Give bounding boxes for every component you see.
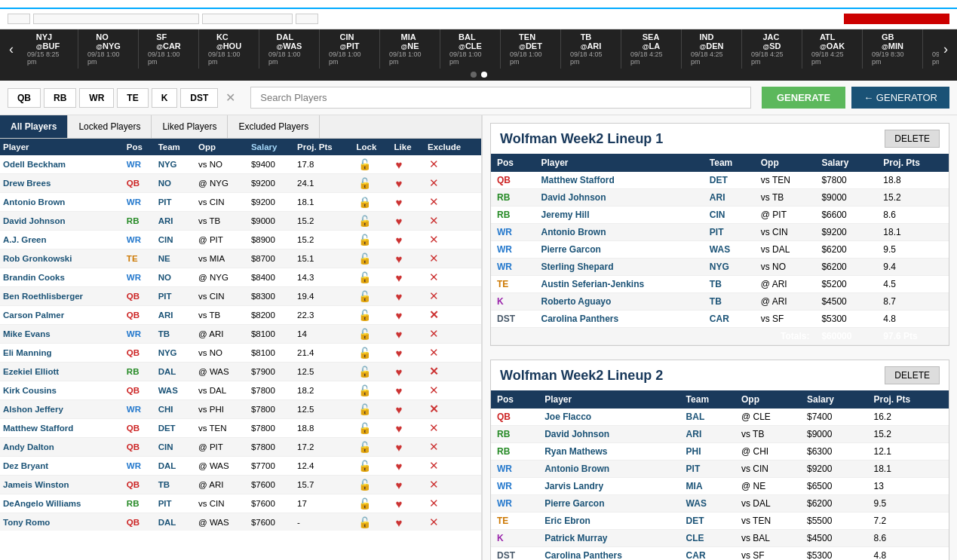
tab-all-players[interactable]: All Players — [0, 115, 68, 138]
game-item[interactable]: SEA@LA09/18 4:25 pm — [621, 29, 682, 69]
like-button[interactable]: ♥ — [394, 497, 404, 510]
lock-button[interactable]: 🔓 — [357, 177, 373, 189]
like-button[interactable]: ♥ — [394, 215, 404, 228]
exclude-button[interactable]: ✕ — [428, 158, 440, 171]
col-header-exclude[interactable]: Exclude — [425, 139, 481, 155]
tab-locked-players[interactable]: Locked Players — [68, 115, 152, 138]
game-item[interactable]: TB@ARI09/18 4:05 pm — [561, 29, 621, 69]
game-item[interactable]: PHI@CHI09/19 8:30 pm — [923, 29, 939, 69]
exclude-button[interactable]: ✕ — [428, 384, 440, 397]
game-item[interactable]: GB@MIN09/19 8:30 pm — [863, 29, 923, 69]
lock-button[interactable]: 🔓 — [357, 271, 373, 283]
num-lineups-dropdown[interactable] — [296, 14, 318, 24]
generate-button[interactable]: GENERATE — [762, 87, 845, 109]
exclude-button[interactable]: ✕ — [428, 233, 440, 246]
tab-liked-players[interactable]: Liked Players — [152, 115, 228, 138]
game-item[interactable]: JAC@SD09/18 4:25 pm — [742, 29, 802, 69]
tab-excluded-players[interactable]: Excluded Players — [228, 115, 320, 138]
col-header-like[interactable]: Like — [391, 139, 425, 155]
exclude-button[interactable]: ✕ — [428, 176, 440, 190]
col-header-team[interactable]: Team — [155, 139, 195, 155]
like-button[interactable]: ♥ — [394, 460, 404, 473]
like-button[interactable]: ♥ — [394, 441, 404, 454]
reset-button[interactable] — [844, 14, 949, 24]
like-button[interactable]: ♥ — [394, 366, 404, 378]
lock-button[interactable]: 🔓 — [357, 290, 373, 302]
col-header-player[interactable]: Player — [0, 139, 124, 155]
exclude-button[interactable]: ✕ — [428, 271, 440, 284]
like-button[interactable]: ♥ — [394, 271, 404, 284]
lock-button[interactable]: 🔓 — [357, 441, 373, 453]
game-item[interactable]: SF@CAR09/18 1:00 pm — [139, 29, 199, 69]
exclude-button[interactable]: ✕ — [428, 459, 440, 473]
clear-filter-button[interactable]: ✕ — [221, 89, 240, 106]
col-header-proj.-pts[interactable]: Proj. Pts — [294, 139, 354, 155]
exclude-button[interactable]: ✕ — [428, 252, 440, 265]
lock-button[interactable]: 🔒 — [357, 196, 373, 208]
like-button[interactable]: ♥ — [394, 347, 404, 360]
like-button[interactable]: ♥ — [394, 196, 404, 209]
exclude-button[interactable]: ✕ — [428, 516, 440, 529]
game-item[interactable]: CIN@PIT09/18 1:00 pm — [320, 29, 380, 69]
game-strip-next[interactable]: › — [939, 41, 952, 57]
col-header-pos[interactable]: Pos — [124, 139, 155, 155]
lock-button[interactable]: 🔓 — [357, 384, 373, 396]
like-button[interactable]: ♥ — [394, 328, 404, 341]
lock-button[interactable]: 🔓 — [357, 215, 373, 227]
search-input[interactable] — [250, 87, 751, 109]
like-button[interactable]: ♥ — [394, 234, 404, 246]
like-button[interactable]: ♥ — [394, 516, 404, 529]
exclude-button[interactable]: ✕ — [428, 440, 440, 454]
pos-filter-qb[interactable]: QB — [8, 88, 41, 108]
lock-button[interactable]: 🔓 — [357, 328, 373, 340]
game-dot-2[interactable] — [481, 72, 487, 78]
like-button[interactable]: ♥ — [394, 479, 404, 491]
like-button[interactable]: ♥ — [394, 158, 404, 171]
exclude-button[interactable]: ✕ — [428, 402, 440, 416]
delete-lineup-button[interactable]: DELETE — [885, 130, 940, 148]
lock-button[interactable]: 🔓 — [357, 347, 373, 359]
exclude-button[interactable]: ✕ — [428, 346, 440, 360]
like-button[interactable]: ♥ — [394, 309, 404, 322]
game-item[interactable]: NYJ@BUF09/15 8:25 pm — [18, 29, 78, 69]
exclude-button[interactable]: ✕ — [428, 308, 440, 322]
col-header-lock[interactable]: Lock — [354, 139, 391, 155]
lock-button[interactable]: 🔓 — [357, 158, 373, 170]
col-header-opp[interactable]: Opp — [195, 139, 248, 155]
exclude-button[interactable]: ✕ — [428, 421, 440, 435]
game-strip-prev[interactable]: ‹ — [5, 41, 18, 57]
lock-button[interactable]: 🔓 — [357, 234, 373, 246]
lock-button[interactable]: 🔓 — [357, 460, 373, 472]
exclude-button[interactable]: ✕ — [428, 497, 440, 510]
pos-filter-te[interactable]: TE — [117, 88, 148, 108]
exclude-button[interactable]: ✕ — [428, 365, 440, 378]
lock-button[interactable]: 🔓 — [357, 516, 373, 528]
like-button[interactable]: ♥ — [394, 384, 404, 397]
lock-button[interactable]: 🔓 — [357, 403, 373, 415]
game-item[interactable]: KC@HOU09/18 1:00 pm — [199, 29, 259, 69]
exclude-button[interactable]: ✕ — [428, 289, 440, 303]
fanduel-dropdown[interactable] — [33, 14, 199, 24]
col-header-salary[interactable]: Salary — [248, 139, 294, 155]
pos-filter-rb[interactable]: RB — [44, 88, 76, 108]
nfl-dropdown[interactable] — [8, 14, 30, 24]
game-item[interactable]: DAL@WAS09/18 1:00 pm — [259, 29, 320, 69]
game-item[interactable]: NO@NYG09/18 1:00 pm — [78, 29, 139, 69]
like-button[interactable]: ♥ — [394, 403, 404, 416]
exclude-button[interactable]: ✕ — [428, 478, 440, 491]
game-item[interactable]: BAL@CLE09/18 1:00 pm — [440, 29, 501, 69]
like-button[interactable]: ♥ — [394, 290, 404, 303]
lock-button[interactable]: 🔓 — [357, 366, 373, 378]
exclude-button[interactable]: ✕ — [428, 214, 440, 228]
lock-button[interactable]: 🔓 — [357, 479, 373, 491]
delete-lineup-button[interactable]: DELETE — [885, 366, 940, 384]
lock-button[interactable]: 🔓 — [357, 497, 373, 510]
game-item[interactable]: MIA@NE09/18 1:00 pm — [380, 29, 440, 69]
game-item[interactable]: IND@DEN09/18 4:25 pm — [682, 29, 742, 69]
like-button[interactable]: ♥ — [394, 177, 404, 190]
like-button[interactable]: ♥ — [394, 422, 404, 435]
pos-filter-k[interactable]: K — [152, 88, 178, 108]
game-dot-1[interactable] — [471, 72, 477, 78]
exclude-button[interactable]: ✕ — [428, 195, 440, 209]
pos-filter-dst[interactable]: DST — [180, 88, 218, 108]
